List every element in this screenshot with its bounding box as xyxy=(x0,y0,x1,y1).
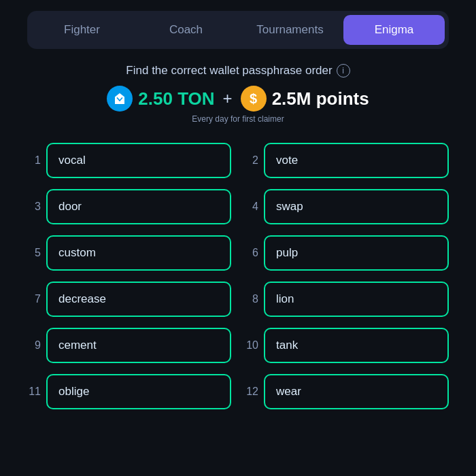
word-number-5: 5 xyxy=(27,247,41,259)
word-number-12: 12 xyxy=(245,386,258,398)
plus-sign: + xyxy=(223,89,233,108)
word-number-7: 7 xyxy=(27,293,41,305)
word-number-9: 9 xyxy=(27,339,41,352)
word-cell-11: 11oblige xyxy=(27,374,231,409)
word-cell-8: 8lion xyxy=(245,282,449,317)
word-number-8: 8 xyxy=(245,293,258,305)
word-number-10: 10 xyxy=(245,339,258,352)
word-cell-12: 12wear xyxy=(245,374,449,409)
tab-tournaments[interactable]: Tournaments xyxy=(239,15,341,45)
word-box-8[interactable]: lion xyxy=(264,282,449,317)
word-cell-5: 5custom xyxy=(27,235,231,271)
word-box-11[interactable]: oblige xyxy=(46,374,231,409)
word-number-1: 1 xyxy=(27,154,41,167)
coin-icon: $ xyxy=(241,86,267,112)
word-cell-10: 10tank xyxy=(245,328,449,363)
word-number-2: 2 xyxy=(245,154,258,167)
tab-bar: Fighter Coach Tournaments Enigma xyxy=(27,11,449,49)
word-number-6: 6 xyxy=(245,247,258,259)
word-box-4[interactable]: swap xyxy=(264,189,449,224)
word-number-4: 4 xyxy=(245,201,258,213)
word-box-7[interactable]: decrease xyxy=(46,282,231,317)
word-box-3[interactable]: door xyxy=(46,189,231,224)
ton-amount: 2.50 TON xyxy=(138,88,214,109)
tab-enigma[interactable]: Enigma xyxy=(343,15,445,45)
tab-coach[interactable]: Coach xyxy=(135,15,237,45)
word-box-1[interactable]: vocal xyxy=(46,143,231,178)
points-badge: $ 2.5M points xyxy=(241,86,369,112)
word-cell-4: 4swap xyxy=(245,189,449,224)
word-grid: 1vocal2vote3door4swap5custom6pulp7decrea… xyxy=(0,143,476,409)
word-cell-1: 1vocal xyxy=(27,143,231,178)
word-box-9[interactable]: cement xyxy=(46,328,231,363)
word-cell-3: 3door xyxy=(27,189,231,224)
word-cell-2: 2vote xyxy=(245,143,449,178)
reward-row: 2.50 TON + $ 2.5M points xyxy=(0,86,476,112)
ton-badge: 2.50 TON xyxy=(107,86,214,112)
word-cell-7: 7decrease xyxy=(27,282,231,317)
info-icon[interactable]: i xyxy=(337,64,350,78)
word-box-12[interactable]: wear xyxy=(264,374,449,409)
word-box-5[interactable]: custom xyxy=(46,235,231,271)
word-cell-9: 9cement xyxy=(27,328,231,363)
reward-subtitle: Every day for first claimer xyxy=(0,114,476,124)
points-amount: 2.5M points xyxy=(272,88,369,109)
word-box-6[interactable]: pulp xyxy=(264,235,449,271)
word-cell-6: 6pulp xyxy=(245,235,449,271)
word-box-2[interactable]: vote xyxy=(264,143,449,178)
word-box-10[interactable]: tank xyxy=(264,328,449,363)
ton-icon xyxy=(107,86,133,112)
tab-fighter[interactable]: Fighter xyxy=(31,15,133,45)
word-number-11: 11 xyxy=(27,386,41,398)
reward-section: Find the correct wallet passphrase order… xyxy=(0,64,476,124)
word-number-3: 3 xyxy=(27,201,41,213)
reward-title: Find the correct wallet passphrase order… xyxy=(0,64,476,78)
